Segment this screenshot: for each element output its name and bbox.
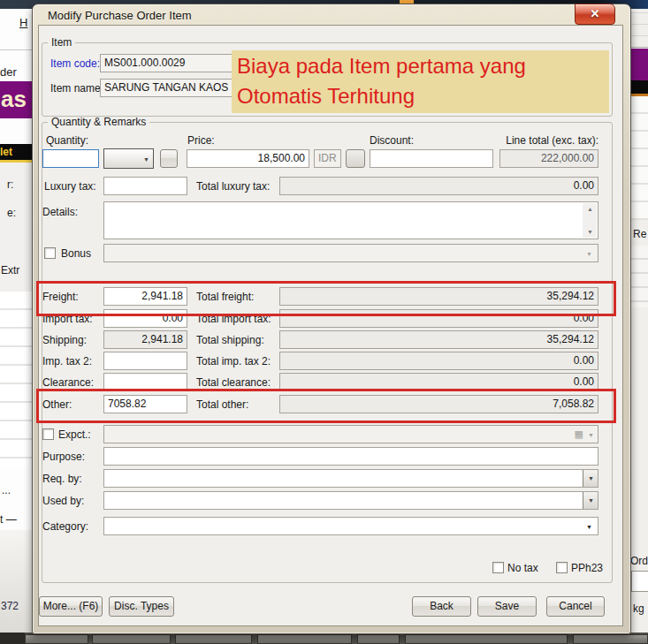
luxury-tax-input[interactable] (103, 177, 187, 195)
bg-left-strip: H der as let r: e: Extr ... t — 372 (0, 9, 32, 633)
bg-right-strip: Re Ord kg (629, 9, 648, 633)
total-shipping-label: Total shipping: (196, 334, 264, 346)
details-textarea[interactable]: ▲ ▼ (103, 201, 598, 239)
calendar-icon[interactable]: ▦ (575, 429, 583, 439)
chevron-down-icon: ▼ (588, 475, 594, 481)
chevron-down-icon: ▼ (586, 524, 592, 530)
import-tax-label: Import tax: (42, 313, 93, 325)
bg-fragment-t: t — (0, 513, 17, 526)
item-name-label: Item name: (50, 82, 103, 95)
disc-types-button[interactable]: Disc. Types (109, 596, 174, 617)
bonus-checkbox[interactable] (44, 247, 56, 259)
import-tax-input[interactable]: 0.00 (103, 309, 187, 328)
bg-purple-band: as (0, 81, 32, 118)
no-tax-checkbox[interactable] (492, 562, 504, 573)
expct-label: Expct.: (58, 428, 91, 441)
total-imp-tax-2-field: 0.00 (279, 352, 598, 370)
purpose-input[interactable] (103, 447, 598, 466)
pph23-checkbox[interactable] (556, 562, 568, 573)
item-name-field[interactable]: SARUNG TANGAN KAOS (100, 79, 233, 97)
taskbar-segment[interactable] (175, 634, 252, 644)
total-other-field: 7,058.82 (279, 395, 598, 413)
used-by-dropdown-button[interactable]: ▼ (583, 492, 598, 509)
taskbar-segment[interactable] (573, 634, 648, 644)
chevron-down-icon: ▼ (586, 251, 592, 257)
save-button[interactable]: Save (477, 596, 537, 617)
expct-date-field[interactable]: Friday , January 18, 2019 ▦ ▼ (103, 425, 598, 443)
total-clearance-field: 0.00 (279, 373, 598, 391)
scroll-up-icon[interactable]: ▲ (587, 206, 593, 212)
pph23-label: PPh23 (571, 562, 603, 574)
more-button[interactable]: More... (F6) (39, 596, 103, 617)
taskbar-segment[interactable] (92, 634, 171, 644)
line-total-field: 222,000.00 (499, 149, 598, 168)
details-scrollbar[interactable]: ▲ ▼ (583, 203, 597, 238)
shipping-label: Shipping: (42, 334, 87, 346)
bg-black-band-right (629, 80, 648, 94)
price-input[interactable]: 18,500.00 (187, 149, 309, 168)
chevron-down-icon[interactable]: ▼ (588, 432, 594, 438)
purpose-label: Purpose: (42, 451, 85, 463)
discount-label: Discount: (370, 134, 414, 147)
bg-black-band: let (0, 144, 32, 160)
taskbar-segment[interactable] (25, 634, 88, 644)
no-tax-label: No tax (507, 562, 538, 574)
clearance-input[interactable] (103, 373, 187, 391)
bg-fragment-re: Re (633, 228, 646, 240)
total-other-label: Total other: (196, 398, 248, 411)
taskbar-segment[interactable] (257, 634, 352, 644)
total-import-tax-field: 0.00 (279, 309, 598, 328)
scroll-down-icon[interactable]: ▼ (587, 229, 593, 235)
freight-label: Freight: (42, 291, 79, 303)
unit-lookup-button[interactable] (160, 149, 178, 168)
bonus-select[interactable]: <Not specified> ▼ (103, 244, 598, 262)
other-input[interactable]: 7058.82 (103, 395, 187, 413)
used-by-select[interactable]: (Default) ▼ (103, 491, 598, 510)
freight-input[interactable]: 2,941.18 (103, 287, 187, 306)
back-button[interactable]: Back (412, 596, 471, 617)
total-luxury-tax-field: 0.00 (279, 177, 598, 195)
bg-purple-band-right (629, 49, 648, 80)
taskbar-segment[interactable] (357, 634, 400, 644)
bg-fragment-let: let (0, 146, 12, 158)
price-label: Price: (187, 134, 215, 147)
quantity-remarks-group-label: Quantity & Remarks (48, 117, 149, 128)
bg-grid-rows-right (629, 96, 648, 220)
bg-menu-item[interactable]: H (19, 17, 27, 29)
close-icon: ✕ (591, 7, 600, 20)
unit-select[interactable]: LUSIN ▼ (103, 148, 154, 169)
bonus-label: Bonus (61, 247, 91, 260)
total-freight-label: Total freight: (196, 291, 254, 303)
bg-fragment-372: 372 (1, 600, 19, 612)
price-lookup-button[interactable] (346, 149, 365, 168)
bg-divider (0, 49, 32, 50)
cancel-button[interactable]: Cancel (546, 596, 605, 617)
used-by-label: Used by: (42, 495, 84, 507)
taskbar-segment[interactable] (405, 634, 568, 644)
annotation-line2: Otomatis Terhitung (237, 81, 604, 111)
quantity-input[interactable]: 12.0000 (42, 149, 99, 168)
item-code-field[interactable]: MS001.000.0029 (100, 54, 233, 72)
chevron-down-icon: ▼ (588, 497, 594, 504)
bg-fragment-kg: kg (633, 602, 644, 615)
total-luxury-tax-label: Total luxury tax: (196, 180, 270, 193)
bg-fragment-r: r: (7, 178, 13, 191)
category-select[interactable]: ▼ (103, 517, 598, 535)
req-by-select[interactable]: (Not specified) ▼ (103, 469, 598, 488)
details-label: Details: (42, 206, 78, 218)
bg-fragment-e: e: (7, 207, 16, 219)
imp-tax-2-input[interactable] (103, 352, 187, 370)
category-label: Category: (42, 520, 88, 533)
bg-fragment-extr: Extr (1, 264, 19, 277)
item-code-label[interactable]: Item code: (50, 57, 100, 70)
expct-checkbox[interactable] (42, 428, 54, 440)
imp-tax-2-label: Imp. tax 2: (42, 355, 92, 367)
close-button[interactable]: ✕ (575, 4, 615, 25)
other-label: Other: (42, 398, 72, 411)
shipping-input: 2,941.18 (103, 330, 187, 349)
bg-fragment-dots: ... (2, 484, 11, 496)
req-by-dropdown-button[interactable]: ▼ (583, 470, 598, 487)
discount-input[interactable] (370, 149, 493, 168)
bg-panel-lower (0, 530, 32, 633)
quantity-label: Quantity: (46, 134, 88, 147)
